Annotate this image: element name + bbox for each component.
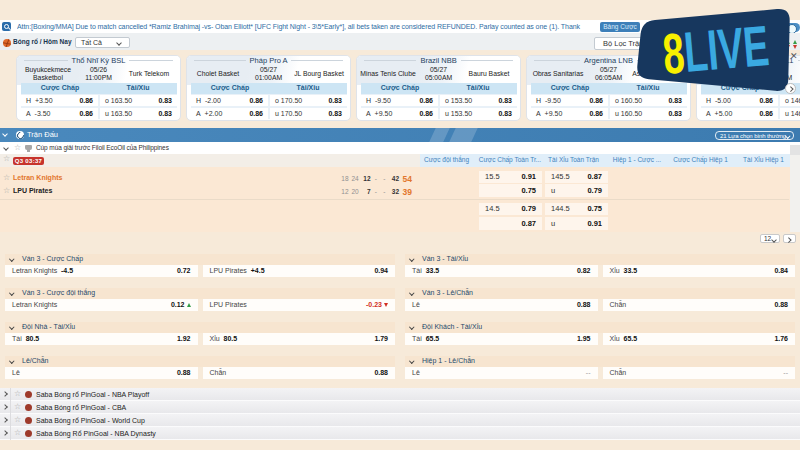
svg-text:8LIVE: 8LIVE xyxy=(660,13,771,86)
